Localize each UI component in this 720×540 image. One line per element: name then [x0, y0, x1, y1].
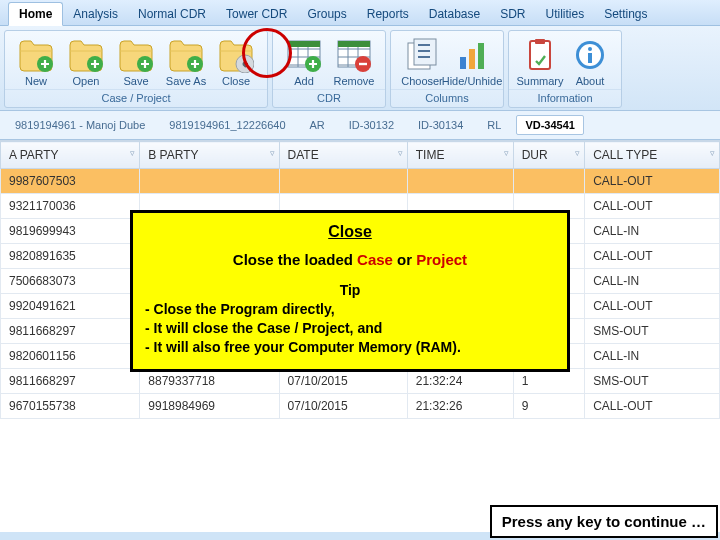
- remove-button[interactable]: Remove: [329, 35, 379, 89]
- save-button[interactable]: Save: [111, 35, 161, 89]
- column-header[interactable]: TIME▿: [407, 142, 513, 169]
- clipboard-icon: [522, 37, 558, 73]
- tooltip-tip-label: Tip: [145, 282, 555, 298]
- doc-tab[interactable]: RL: [478, 115, 510, 135]
- cell-type: SMS-OUT: [585, 319, 720, 344]
- cell-b: 8879337718: [140, 369, 279, 394]
- filter-icon[interactable]: ▿: [710, 148, 715, 158]
- menu-tab-groups[interactable]: Groups: [297, 3, 356, 25]
- filter-icon[interactable]: ▿: [504, 148, 509, 158]
- chooser-icon: [404, 37, 440, 73]
- column-header[interactable]: DATE▿: [279, 142, 407, 169]
- filter-icon[interactable]: ▿: [270, 148, 275, 158]
- cell-type: CALL-OUT: [585, 169, 720, 194]
- menu-tab-reports[interactable]: Reports: [357, 3, 419, 25]
- folder-open-icon: [68, 37, 104, 73]
- cell-type: CALL-OUT: [585, 394, 720, 419]
- folder-plus-icon: [168, 37, 204, 73]
- doc-tab[interactable]: ID-30134: [409, 115, 472, 135]
- cell-type: CALL-IN: [585, 219, 720, 244]
- about-button[interactable]: About: [565, 35, 615, 89]
- chooser-button[interactable]: Chooser: [397, 35, 447, 89]
- cell-time: 21:32:24: [407, 369, 513, 394]
- cell-type: CALL-IN: [585, 344, 720, 369]
- doc-tab[interactable]: VD-34541: [516, 115, 584, 135]
- ribbon-label: New: [25, 75, 47, 87]
- column-header[interactable]: DUR▿: [513, 142, 585, 169]
- cell-type: SMS-OUT: [585, 369, 720, 394]
- cell-a: 9820601156: [1, 344, 140, 369]
- cell-a: 9819699943: [1, 219, 140, 244]
- menu-bar: HomeAnalysisNormal CDRTower CDRGroupsRep…: [0, 0, 720, 26]
- tooltip-line: - Close the Program directly,: [145, 300, 555, 319]
- cell-a: 9820891635: [1, 244, 140, 269]
- cell-date: 07/10/2015: [279, 394, 407, 419]
- cell-type: CALL-OUT: [585, 194, 720, 219]
- menu-tab-utilities[interactable]: Utilities: [536, 3, 595, 25]
- filter-icon[interactable]: ▿: [398, 148, 403, 158]
- ribbon-label: Save: [123, 75, 148, 87]
- doc-tab[interactable]: AR: [301, 115, 334, 135]
- filter-icon[interactable]: ▿: [130, 148, 135, 158]
- new-button[interactable]: New: [11, 35, 61, 89]
- menu-tab-database[interactable]: Database: [419, 3, 490, 25]
- ribbon-group-information: SummaryAboutInformation: [508, 30, 622, 108]
- doc-tab[interactable]: 9819194961_12226640: [160, 115, 294, 135]
- cell-b: [140, 169, 279, 194]
- press-key-prompt[interactable]: Press any key to continue …: [490, 505, 718, 538]
- column-header[interactable]: B PARTY▿: [140, 142, 279, 169]
- ribbon-label: Close: [222, 75, 250, 87]
- tooltip-subtitle: Close the loaded Case or Project: [145, 251, 555, 268]
- close-button[interactable]: Close: [211, 35, 261, 89]
- ribbon: NewOpenSaveSave AsCloseCase / ProjectAdd…: [0, 26, 720, 111]
- cell-time: [407, 169, 513, 194]
- cell-time: 21:32:26: [407, 394, 513, 419]
- cell-a: 9920491621: [1, 294, 140, 319]
- table-row[interactable]: 9811668297887933771807/10/201521:32:241S…: [1, 369, 720, 394]
- summary-button[interactable]: Summary: [515, 35, 565, 89]
- column-header[interactable]: A PARTY▿: [1, 142, 140, 169]
- folder-plus-icon: [18, 37, 54, 73]
- ribbon-label: Remove: [334, 75, 375, 87]
- folder-back-icon: [218, 37, 254, 73]
- table-row[interactable]: 9670155738991898496907/10/201521:32:269C…: [1, 394, 720, 419]
- saveas-button[interactable]: Save As: [161, 35, 211, 89]
- menu-tab-sdr[interactable]: SDR: [490, 3, 535, 25]
- doc-tab[interactable]: ID-30132: [340, 115, 403, 135]
- cell-a: 7506683073: [1, 269, 140, 294]
- ribbon-group-title: Information: [509, 89, 621, 107]
- table-row[interactable]: 9987607503CALL-OUT: [1, 169, 720, 194]
- cell-a: 9811668297: [1, 369, 140, 394]
- cell-a: 9811668297: [1, 319, 140, 344]
- folder-plus-icon: [118, 37, 154, 73]
- tooltip-line: - It will also free your Computer Memory…: [145, 338, 555, 357]
- ribbon-label: Hide/Unhide: [442, 75, 503, 87]
- filter-icon[interactable]: ▿: [575, 148, 580, 158]
- ribbon-group-title: Case / Project: [5, 89, 267, 107]
- menu-tab-normal-cdr[interactable]: Normal CDR: [128, 3, 216, 25]
- tooltip-line: - It will close the Case / Project, and: [145, 319, 555, 338]
- table-plus-icon: [286, 37, 322, 73]
- ribbon-label: Summary: [516, 75, 563, 87]
- ribbon-group-case-project: NewOpenSaveSave AsCloseCase / Project: [4, 30, 268, 108]
- table-minus-icon: [336, 37, 372, 73]
- ribbon-label: Open: [73, 75, 100, 87]
- cell-a: 9321170036: [1, 194, 140, 219]
- column-header[interactable]: CALL TYPE▿: [585, 142, 720, 169]
- ribbon-group-columns: ChooserHide/UnhideColumns: [390, 30, 504, 108]
- ribbon-label: Chooser: [401, 75, 443, 87]
- menu-tab-tower-cdr[interactable]: Tower CDR: [216, 3, 297, 25]
- open-button[interactable]: Open: [61, 35, 111, 89]
- cell-type: CALL-IN: [585, 269, 720, 294]
- menu-tab-home[interactable]: Home: [8, 2, 63, 26]
- doc-tab[interactable]: 9819194961 - Manoj Dube: [6, 115, 154, 135]
- cell-b: 9918984969: [140, 394, 279, 419]
- add-button[interactable]: Add: [279, 35, 329, 89]
- hideunhide-button[interactable]: Hide/Unhide: [447, 35, 497, 89]
- document-tabs: 9819194961 - Manoj Dube9819194961_122266…: [0, 111, 720, 140]
- ribbon-group-title: CDR: [273, 89, 385, 107]
- cell-a: 9987607503: [1, 169, 140, 194]
- menu-tab-settings[interactable]: Settings: [594, 3, 657, 25]
- menu-tab-analysis[interactable]: Analysis: [63, 3, 128, 25]
- bars-icon: [454, 37, 490, 73]
